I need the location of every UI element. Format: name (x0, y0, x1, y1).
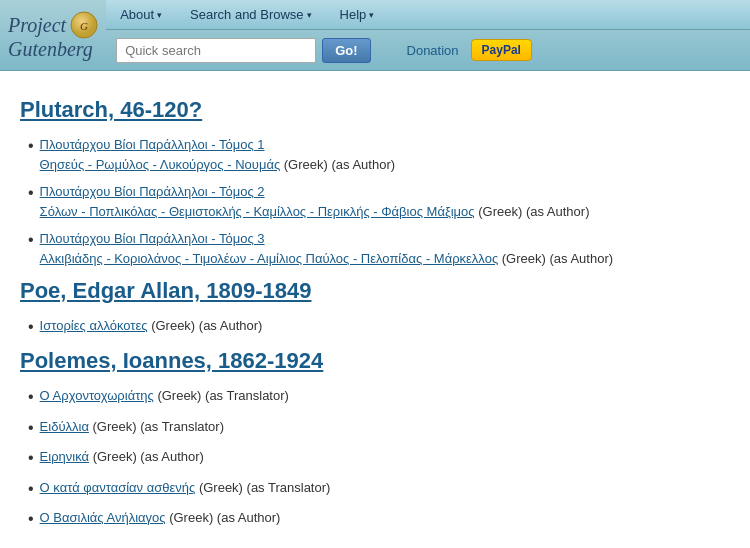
book-text: Ο Αρχοντοχωριάτης (Greek) (as Translator… (40, 386, 289, 406)
pg-logo: Project G Gutenberg (8, 11, 98, 59)
book-text: Ιστορίες αλλόκοτες (Greek) (as Author) (40, 316, 263, 336)
bullet-icon: • (28, 417, 34, 439)
book-meta: (Greek) (as Author) (148, 318, 263, 333)
bullet-icon: • (28, 316, 34, 338)
bullet-icon: • (28, 229, 34, 251)
book-item: •Πλουτάρχου Βίοι Παράλληλοι - Τόμος 2Σόλ… (20, 182, 730, 221)
book-meta: (Greek) (as Translator) (89, 419, 224, 434)
bullet-icon: • (28, 447, 34, 469)
book-text: Ειδύλλια (Greek) (as Translator) (40, 417, 224, 437)
book-meta: (Greek) (as Author) (89, 449, 204, 464)
nav-menu: About ▾ Search and Browse ▾ Help ▾ (106, 0, 750, 30)
search-browse-dropdown-icon: ▾ (307, 10, 312, 20)
donation-link[interactable]: Donation (407, 43, 459, 58)
nav-help-label: Help (340, 7, 367, 22)
search-bar: Go! Donation PayPal (106, 30, 750, 70)
book-link[interactable]: Ιστορίες αλλόκοτες (40, 318, 148, 333)
book-item: •Ειρηνικά (Greek) (as Author) (20, 447, 730, 469)
book-link[interactable]: Πλουτάρχου Βίοι Παράλληλοι - Τόμος 3Αλκι… (40, 231, 499, 266)
book-link[interactable]: Ο κατά φαντασίαν ασθενής (40, 480, 196, 495)
logo-area: Project G Gutenberg (0, 0, 106, 70)
author-heading-plutarch[interactable]: Plutarch, 46-120? (20, 97, 730, 123)
logo-gutenberg-text: Gutenberg (8, 39, 93, 59)
book-meta: (Greek) (as Author) (498, 251, 613, 266)
book-text: Πλουτάρχου Βίοι Παράλληλοι - Τόμος 3Αλκι… (40, 229, 613, 268)
bullet-icon: • (28, 386, 34, 408)
paypal-button[interactable]: PayPal (471, 39, 532, 61)
book-link[interactable]: Ο Αρχοντοχωριάτης (40, 388, 154, 403)
book-link[interactable]: Ειρηνικά (40, 449, 89, 464)
book-meta: (Greek) (as Translator) (154, 388, 289, 403)
book-meta: (Greek) (as Author) (280, 157, 395, 172)
book-link[interactable]: Ειδύλλια (40, 419, 89, 434)
nav-top: About ▾ Search and Browse ▾ Help ▾ Go! D… (106, 0, 750, 70)
book-text: Πλουτάρχου Βίοι Παράλληλοι - Τόμος 2Σόλω… (40, 182, 590, 221)
bullet-icon: • (28, 135, 34, 157)
book-text: Ο Βασιλιάς Ανήλιαγος (Greek) (as Author) (40, 508, 281, 528)
nav-about-label: About (120, 7, 154, 22)
book-item: •Ο Αρχοντοχωριάτης (Greek) (as Translato… (20, 386, 730, 408)
book-item: •Ο Βασιλιάς Ανήλιαγος (Greek) (as Author… (20, 508, 730, 530)
author-heading-poe[interactable]: Poe, Edgar Allan, 1809-1849 (20, 278, 730, 304)
svg-text:G: G (80, 20, 88, 32)
book-link[interactable]: Ο Βασιλιάς Ανήλιαγος (40, 510, 166, 525)
header: Project G Gutenberg Abou (0, 0, 750, 71)
logo-circle-icon: G (70, 11, 98, 39)
go-button[interactable]: Go! (322, 38, 370, 63)
bullet-icon: • (28, 478, 34, 500)
about-dropdown-icon: ▾ (157, 10, 162, 20)
nav-search-browse-label: Search and Browse (190, 7, 303, 22)
search-input[interactable] (116, 38, 316, 63)
book-item: •Πλουτάρχου Βίοι Παράλληλοι - Τόμος 3Αλκ… (20, 229, 730, 268)
book-text: Ειρηνικά (Greek) (as Author) (40, 447, 204, 467)
bullet-icon: • (28, 508, 34, 530)
book-meta: (Greek) (as Author) (475, 204, 590, 219)
logo-project-text: Project (8, 15, 66, 35)
help-dropdown-icon: ▾ (369, 10, 374, 20)
main-content: Plutarch, 46-120?•Πλουτάρχου Βίοι Παράλλ… (0, 71, 750, 548)
book-link[interactable]: Πλουτάρχου Βίοι Παράλληλοι - Τόμος 1Θησε… (40, 137, 281, 172)
book-text: Ο κατά φαντασίαν ασθενής (Greek) (as Tra… (40, 478, 331, 498)
book-item: •Ιστορίες αλλόκοτες (Greek) (as Author) (20, 316, 730, 338)
book-item: •Ειδύλλια (Greek) (as Translator) (20, 417, 730, 439)
book-item: •Πλουτάρχου Βίοι Παράλληλοι - Τόμος 1Θησ… (20, 135, 730, 174)
bullet-icon: • (28, 182, 34, 204)
nav-help[interactable]: Help ▾ (326, 3, 389, 26)
book-link[interactable]: Πλουτάρχου Βίοι Παράλληλοι - Τόμος 2Σόλω… (40, 184, 475, 219)
book-item: •Ο κατά φαντασίαν ασθενής (Greek) (as Tr… (20, 478, 730, 500)
book-meta: (Greek) (as Translator) (195, 480, 330, 495)
nav-about[interactable]: About ▾ (106, 3, 176, 26)
book-meta: (Greek) (as Author) (166, 510, 281, 525)
nav-search-browse[interactable]: Search and Browse ▾ (176, 3, 325, 26)
author-heading-polemes[interactable]: Polemes, Ioannes, 1862-1924 (20, 348, 730, 374)
book-text: Πλουτάρχου Βίοι Παράλληλοι - Τόμος 1Θησε… (40, 135, 395, 174)
